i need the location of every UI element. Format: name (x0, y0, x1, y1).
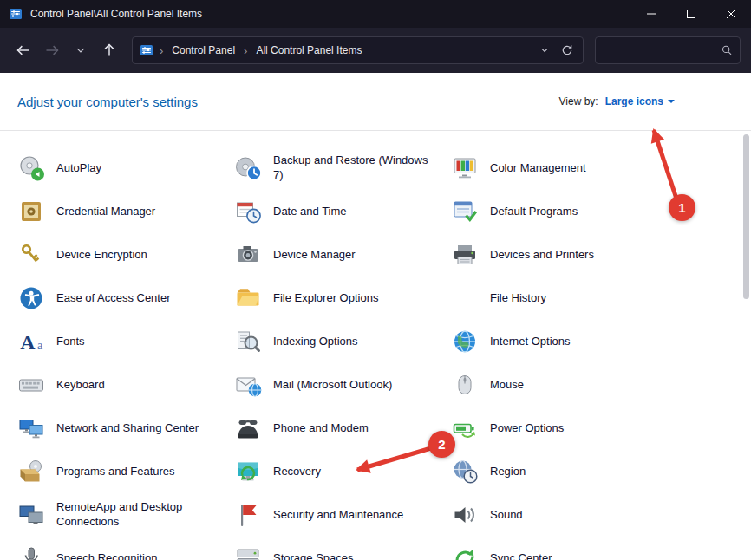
item-label: AutoPlay (56, 161, 101, 176)
breadcrumb-separator-icon: › (244, 44, 247, 57)
back-button[interactable] (10, 37, 36, 63)
annotation-badge-2: 2 (428, 431, 455, 458)
navigation-bar: › Control Panel › All Control Panel Item… (0, 28, 751, 73)
item-device-encryption[interactable]: Device Encryption (17, 233, 234, 277)
search-icon (719, 42, 735, 58)
item-security-maintenance[interactable]: Security and Maintenance (234, 493, 451, 537)
item-label: Fonts (56, 335, 85, 349)
item-label: Region (490, 465, 526, 479)
annotation-badge-1: 1 (669, 194, 695, 221)
item-region[interactable]: Region (451, 450, 668, 493)
internet-options-icon (451, 328, 479, 355)
scrollbar-thumb[interactable] (743, 134, 749, 299)
recent-locations-button[interactable] (68, 37, 94, 63)
item-mouse[interactable]: Mouse (451, 363, 668, 407)
item-label: Programs and Features (56, 465, 175, 479)
item-recovery[interactable]: Recovery (234, 450, 451, 493)
item-indexing-options[interactable]: Indexing Options (234, 320, 451, 363)
forward-button[interactable] (39, 37, 65, 63)
item-speech-recognition[interactable]: Speech Recognition (17, 537, 234, 560)
security-maintenance-icon (234, 501, 262, 529)
network-sharing-icon (17, 414, 45, 442)
item-label: Devices and Printers (490, 248, 594, 263)
item-color-management[interactable]: Color Management (451, 147, 668, 190)
search-input[interactable] (604, 44, 719, 56)
item-sync-center[interactable]: Sync Center (451, 537, 668, 560)
up-button[interactable] (96, 37, 122, 63)
control-panel-grid: AutoPlay Credential Manager Device Encry… (0, 147, 751, 560)
item-file-history[interactable]: File History (451, 277, 668, 320)
item-label: Mail (Microsoft Outlook) (273, 378, 392, 393)
close-button[interactable] (711, 0, 751, 28)
address-bar[interactable]: › Control Panel › All Control Panel Item… (132, 36, 584, 64)
item-power-options[interactable]: Power Options (451, 407, 668, 450)
item-credential-manager[interactable]: Credential Manager (17, 190, 234, 233)
devices-printers-icon (451, 241, 479, 269)
item-mail[interactable]: Mail (Microsoft Outlook) (234, 363, 451, 407)
address-dropdown-icon[interactable] (537, 42, 552, 58)
power-options-icon (451, 414, 479, 442)
item-sound[interactable]: Sound (451, 493, 668, 537)
keyboard-icon (17, 371, 45, 399)
autoplay-icon (17, 154, 45, 182)
chevron-down-icon (668, 100, 675, 107)
item-keyboard[interactable]: Keyboard (17, 363, 234, 407)
item-label: Storage Spaces (273, 551, 354, 560)
item-date-time[interactable]: Date and Time (234, 190, 451, 233)
view-by-dropdown[interactable]: Large icons (605, 95, 675, 107)
item-label: Speech Recognition (56, 551, 157, 560)
item-internet-options[interactable]: Internet Options (451, 320, 668, 363)
maximize-button[interactable] (671, 0, 711, 28)
item-label: File Explorer Options (273, 291, 378, 306)
item-label: Mouse (490, 378, 524, 393)
item-label: Network and Sharing Center (56, 421, 199, 436)
speech-recognition-icon (17, 544, 45, 560)
remoteapp-icon (17, 501, 45, 529)
item-phone-modem[interactable]: Phone and Modem (234, 407, 451, 450)
item-label: Recovery (273, 465, 321, 479)
breadcrumb-control-panel[interactable]: Control Panel (169, 42, 238, 58)
item-label: Internet Options (490, 335, 571, 349)
date-time-icon (234, 198, 262, 225)
device-manager-icon (234, 241, 262, 269)
item-ease-of-access[interactable]: Ease of Access Center (17, 277, 234, 320)
item-label: File History (490, 291, 546, 306)
window-controls (631, 0, 751, 28)
item-autoplay[interactable]: AutoPlay (17, 147, 234, 190)
item-label: Sound (490, 508, 523, 523)
mail-icon (234, 371, 262, 399)
svg-text:A: A (20, 331, 36, 354)
item-label: Device Manager (273, 248, 356, 263)
credential-manager-icon (17, 198, 45, 225)
item-label: Power Options (490, 421, 564, 436)
breadcrumb-all-items[interactable]: All Control Panel Items (253, 42, 364, 58)
minimize-button[interactable] (631, 0, 671, 28)
header-row: Adjust your computer's settings View by:… (0, 73, 751, 131)
item-file-explorer-options[interactable]: File Explorer Options (234, 277, 451, 320)
item-label: Date and Time (273, 205, 347, 219)
storage-spaces-icon (234, 544, 262, 560)
item-label: Indexing Options (273, 335, 358, 349)
item-backup-restore[interactable]: Backup and Restore (Windows 7) (234, 147, 451, 190)
phone-modem-icon (234, 414, 262, 442)
search-box[interactable] (595, 36, 741, 64)
item-default-programs[interactable]: Default Programs (451, 190, 668, 233)
item-label: Phone and Modem (273, 421, 369, 436)
item-programs-features[interactable]: Programs and Features (17, 450, 234, 493)
recovery-icon (234, 458, 262, 485)
file-explorer-options-icon (234, 284, 262, 312)
color-management-icon (451, 154, 479, 182)
item-remoteapp[interactable]: RemoteApp and Desktop Connections (17, 493, 234, 537)
refresh-button[interactable] (558, 42, 576, 59)
item-devices-printers[interactable]: Devices and Printers (451, 233, 668, 277)
sync-center-icon (451, 544, 479, 560)
item-storage-spaces[interactable]: Storage Spaces (234, 537, 451, 560)
item-device-manager[interactable]: Device Manager (234, 233, 451, 277)
view-by-control: View by: Large icons (559, 95, 676, 107)
item-fonts[interactable]: Aa Fonts (17, 320, 234, 363)
item-network-sharing[interactable]: Network and Sharing Center (17, 407, 234, 450)
item-label: Default Programs (490, 205, 578, 219)
backup-restore-icon (234, 154, 262, 182)
view-by-value: Large icons (605, 95, 663, 107)
view-by-label: View by: (559, 95, 598, 107)
